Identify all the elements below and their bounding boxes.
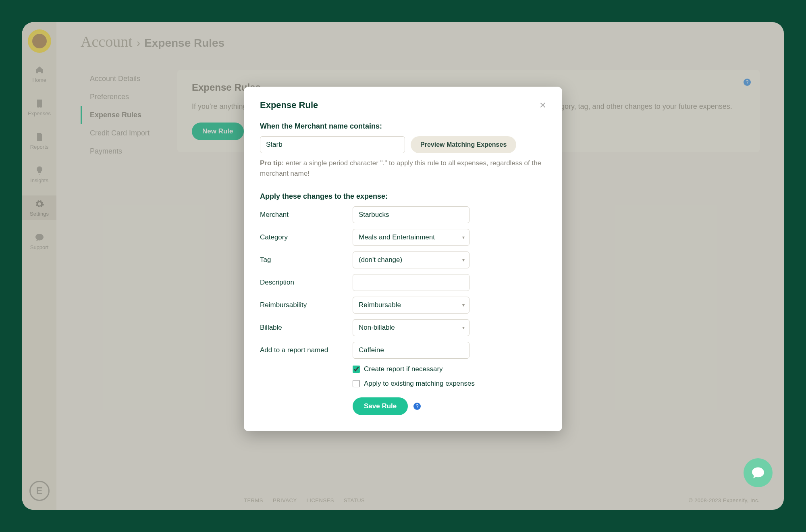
tag-select[interactable]: ▾ — [353, 251, 469, 268]
subnav-item-payments[interactable]: Payments — [81, 142, 177, 160]
description-input[interactable] — [353, 274, 469, 291]
row-description: Description — [260, 274, 546, 291]
apply-existing-label: Apply to existing matching expenses — [364, 380, 475, 388]
pro-tip-text: enter a single period character "." to a… — [260, 159, 541, 177]
row-category: Category ▾ — [260, 229, 546, 246]
avatar[interactable] — [28, 29, 51, 53]
billable-select[interactable]: ▾ — [353, 319, 469, 336]
description-label: Description — [260, 278, 353, 287]
modal-header: Expense Rule × — [260, 100, 546, 111]
chat-bubble-icon — [751, 466, 765, 480]
row-merchant: Merchant — [260, 206, 546, 223]
chevron-right-icon: › — [137, 37, 140, 50]
row-billable: Billable ▾ — [260, 319, 546, 336]
subnav: Account Details Preferences Expense Rule… — [56, 58, 177, 510]
app-window: Home Expenses Reports Insights Settings — [22, 22, 784, 510]
footer-copyright: © 2008-2023 Expensify, Inc. — [689, 497, 760, 503]
gear-icon — [34, 199, 45, 209]
expense-rule-modal: Expense Rule × When the Merchant name co… — [244, 87, 562, 431]
nav-label: Expenses — [28, 110, 51, 116]
chat-bubble-button[interactable] — [744, 458, 773, 487]
report-input[interactable] — [353, 342, 469, 359]
bulb-icon — [34, 165, 45, 176]
nav-item-support[interactable]: Support — [22, 229, 56, 254]
nav-item-settings[interactable]: Settings — [22, 195, 56, 220]
subnav-item-preferences[interactable]: Preferences — [81, 88, 177, 106]
save-row: Save Rule ? — [353, 397, 546, 415]
modal-title: Expense Rule — [260, 100, 318, 110]
billable-value[interactable] — [353, 319, 469, 336]
row-report: Add to a report named — [260, 342, 546, 359]
row-apply-existing: Apply to existing matching expenses — [353, 380, 546, 388]
create-report-checkbox[interactable] — [353, 366, 360, 373]
brand-logo: E — [29, 481, 50, 501]
sidebar: Home Expenses Reports Insights Settings — [22, 22, 56, 510]
billable-label: Billable — [260, 324, 353, 332]
receipt-icon — [34, 98, 45, 109]
subnav-item-credit-card-import[interactable]: Credit Card Import — [81, 124, 177, 142]
breadcrumb-leaf: Expense Rules — [144, 37, 224, 50]
when-label: When the Merchant name contains: — [260, 122, 546, 131]
nav-item-insights[interactable]: Insights — [22, 162, 56, 187]
reimbursability-select[interactable]: ▾ — [353, 297, 469, 314]
row-create-report: Create report if necessary — [353, 365, 546, 373]
footer-link-licenses[interactable]: LICENSES — [307, 497, 334, 503]
nav-label: Insights — [30, 177, 48, 183]
breadcrumb: Account › Expense Rules — [56, 22, 784, 58]
reimbursability-label: Reimbursability — [260, 301, 353, 309]
nav-label: Support — [30, 244, 49, 250]
pro-tip-prefix: Pro tip: — [260, 159, 284, 167]
row-tag: Tag ▾ — [260, 251, 546, 268]
nav-label: Home — [32, 77, 46, 83]
footer-link-privacy[interactable]: PRIVACY — [273, 497, 297, 503]
subnav-item-expense-rules[interactable]: Expense Rules — [81, 106, 177, 124]
merchant-input[interactable] — [353, 206, 469, 223]
nav-label: Settings — [30, 211, 49, 217]
preview-matching-button[interactable]: Preview Matching Expenses — [411, 136, 516, 153]
nav-item-expenses[interactable]: Expenses — [22, 95, 56, 120]
category-value[interactable] — [353, 229, 469, 246]
document-icon — [34, 132, 45, 142]
nav-item-reports[interactable]: Reports — [22, 129, 56, 153]
nav-item-home[interactable]: Home — [22, 62, 56, 86]
row-reimbursability: Reimbursability ▾ — [260, 297, 546, 314]
subnav-item-account-details[interactable]: Account Details — [81, 70, 177, 88]
merchant-match-input[interactable] — [260, 136, 405, 153]
category-label: Category — [260, 233, 353, 241]
report-label: Add to a report named — [260, 346, 353, 354]
apply-label: Apply these changes to the expense: — [260, 192, 546, 201]
help-icon[interactable]: ? — [744, 79, 751, 86]
help-icon[interactable]: ? — [413, 403, 421, 410]
save-rule-button[interactable]: Save Rule — [353, 397, 408, 415]
footer-links: TERMS PRIVACY LICENSES STATUS — [244, 497, 365, 503]
tag-label: Tag — [260, 256, 353, 264]
close-icon[interactable]: × — [540, 100, 546, 111]
footer: TERMS PRIVACY LICENSES STATUS © 2008-202… — [91, 490, 784, 510]
tag-value[interactable] — [353, 251, 469, 268]
pro-tip: Pro tip: enter a single period character… — [260, 158, 546, 179]
apply-existing-checkbox[interactable] — [353, 380, 360, 387]
footer-link-status[interactable]: STATUS — [344, 497, 365, 503]
nav-label: Reports — [30, 144, 49, 150]
brand-logo-letter: E — [36, 485, 42, 497]
merchant-label: Merchant — [260, 211, 353, 219]
new-rule-button[interactable]: New Rule — [192, 123, 244, 140]
reimbursability-value[interactable] — [353, 297, 469, 314]
match-row: Preview Matching Expenses — [260, 136, 546, 153]
avatar-image — [32, 34, 47, 48]
home-icon — [34, 65, 45, 75]
chat-icon — [34, 232, 45, 243]
category-select[interactable]: ▾ — [353, 229, 469, 246]
breadcrumb-root[interactable]: Account — [81, 33, 133, 50]
create-report-label: Create report if necessary — [364, 365, 443, 373]
svg-rect-0 — [37, 71, 42, 72]
footer-link-terms[interactable]: TERMS — [244, 497, 263, 503]
